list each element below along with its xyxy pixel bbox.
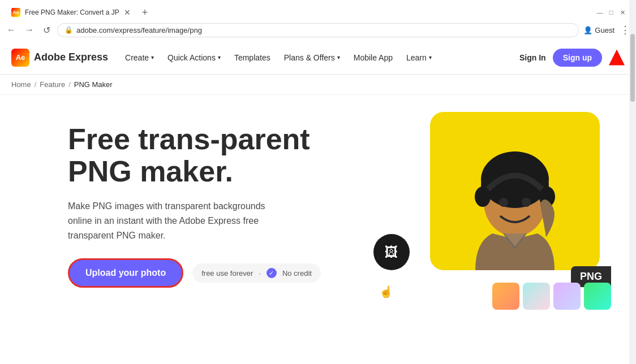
nav-quick-actions[interactable]: Quick Actions ▾ (162, 50, 226, 66)
thumbnail-1[interactable] (492, 283, 519, 310)
forward-button[interactable]: → (23, 24, 36, 36)
hero-title: Free trans-parent PNG maker. (68, 123, 351, 188)
breadcrumb: Home / Feature / PNG Maker (0, 75, 636, 95)
address-text: adobe.com/express/feature/image/png (76, 26, 202, 34)
thumbnail-3[interactable] (553, 283, 581, 310)
nav-templates[interactable]: Templates (229, 50, 276, 66)
chevron-down-icon: ▾ (151, 54, 154, 60)
chevron-down-icon: ▾ (218, 54, 221, 60)
hero-image-section: PNG 🖼 ☝ (373, 112, 611, 304)
nav-create[interactable]: Create ▾ (119, 50, 160, 66)
adobe-logo (609, 50, 625, 66)
main-content: Free trans-parent PNG maker. Make PNG im… (0, 95, 636, 315)
ae-logo[interactable]: Ae Adobe Express (11, 49, 108, 67)
credit-badge: No credit (282, 269, 312, 278)
tab-close-button[interactable]: ✕ (124, 8, 131, 17)
dot-separator: · (259, 269, 261, 278)
free-badge: free use forever (201, 269, 253, 278)
svg-point-11 (522, 198, 531, 207)
maximize-button[interactable]: □ (607, 8, 616, 17)
check-icon: ✓ (267, 268, 277, 278)
window-controls: — □ ✕ (595, 8, 631, 17)
thumbnails-row (492, 283, 611, 310)
address-bar[interactable]: 🔒 adobe.com/express/feature/image/png (57, 23, 579, 37)
sign-up-button[interactable]: Sign up (553, 49, 602, 67)
cta-badges: free use forever · ✓ No credit (192, 263, 321, 283)
thumbnail-4[interactable] (584, 283, 611, 310)
svg-point-8 (475, 187, 491, 207)
hero-card (430, 112, 600, 270)
nav-learn[interactable]: Learn ▾ (401, 50, 437, 66)
person-illustration (430, 112, 600, 270)
upload-photo-button[interactable]: Upload your photo (68, 258, 183, 288)
address-bar-row: ← → ↺ 🔒 adobe.com/express/feature/image/… (0, 20, 636, 41)
scrollbar-thumb[interactable] (630, 34, 635, 102)
nav-actions: Sign In Sign up (519, 49, 625, 67)
close-window-button[interactable]: ✕ (618, 8, 627, 17)
sign-in-button[interactable]: Sign In (519, 53, 546, 62)
svg-point-10 (499, 198, 508, 207)
refresh-button[interactable]: ↺ (41, 24, 53, 37)
svg-point-7 (504, 151, 526, 174)
profile-icon: 👤 (583, 26, 592, 34)
nav-links: Create ▾ Quick Actions ▾ Templates Plans… (119, 50, 519, 66)
ae-logo-icon: Ae (11, 49, 29, 67)
browser-chrome: Ae Free PNG Maker: Convert a JP ✕ + — □ … (0, 0, 636, 41)
scrollbar[interactable] (629, 0, 636, 364)
ae-logo-text: Adobe Express (34, 51, 108, 63)
back-button[interactable]: ← (5, 24, 18, 36)
tab-favicon: Ae (11, 8, 20, 17)
tab-bar: Ae Free PNG Maker: Convert a JP ✕ + — □ … (0, 0, 636, 20)
chevron-down-icon: ▾ (337, 54, 340, 60)
photo-icon: 🖼 (385, 244, 398, 260)
breadcrumb-separator: / (68, 80, 71, 89)
profile-label: Guest (595, 26, 614, 34)
minimize-button[interactable]: — (595, 8, 604, 17)
active-tab[interactable]: Ae Free PNG Maker: Convert a JP ✕ (5, 5, 137, 20)
chevron-down-icon: ▾ (429, 54, 432, 60)
breadcrumb-separator: / (35, 80, 37, 89)
breadcrumb-feature[interactable]: Feature (40, 80, 65, 89)
thumbnail-2[interactable] (523, 283, 550, 310)
hero-description: Make PNG images with transparent backgro… (68, 199, 283, 242)
floating-action-circle[interactable]: 🖼 (373, 234, 410, 270)
lock-icon: 🔒 (65, 26, 73, 34)
nav-mobile-app[interactable]: Mobile App (348, 50, 398, 66)
profile-button[interactable]: 👤 Guest (583, 26, 614, 34)
main-nav: Ae Adobe Express Create ▾ Quick Actions … (0, 41, 636, 75)
nav-plans[interactable]: Plans & Offers ▾ (278, 50, 346, 66)
cta-row: Upload your photo free use forever · ✓ N… (68, 258, 351, 288)
hero-text-section: Free trans-parent PNG maker. Make PNG im… (68, 112, 351, 288)
tab-title: Free PNG Maker: Convert a JP (25, 8, 119, 16)
breadcrumb-current: PNG Maker (74, 80, 113, 89)
new-tab-button[interactable]: + (140, 7, 151, 19)
breadcrumb-home[interactable]: Home (11, 80, 31, 89)
cursor-icon: ☝ (379, 285, 393, 298)
